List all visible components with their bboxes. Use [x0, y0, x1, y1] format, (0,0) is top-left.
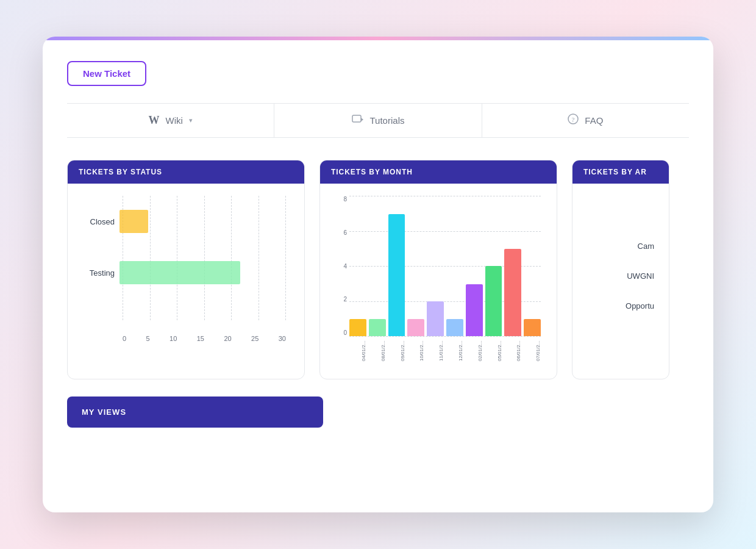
month-bar: [388, 214, 405, 336]
x-label: 09/01/2...: [388, 336, 405, 367]
status-chart-card: TICKETS BY STATUS: [67, 160, 305, 379]
x-label: 04/01/2...: [349, 336, 366, 367]
month-chart-card: TICKETS BY MONTH 8 6 4 2 0: [319, 160, 557, 379]
status-chart-body: Closed Testing: [68, 184, 304, 379]
svg-rect-0: [352, 115, 361, 122]
x-label: 08/01/2...: [369, 336, 386, 367]
month-bar: [466, 284, 483, 336]
tab-faq-label: FAQ: [585, 115, 603, 126]
area-chart-card: TICKETS BY AR Cam UWGNI Opportu: [572, 160, 669, 379]
new-ticket-button[interactable]: New Ticket: [67, 61, 146, 86]
month-chart-body: 8 6 4 2 0: [320, 184, 557, 379]
month-bar: [524, 319, 541, 336]
bar-fill-testing: [119, 261, 240, 284]
my-views-button[interactable]: MY VIEWS: [67, 396, 323, 428]
bar-track-testing: [119, 261, 292, 284]
bar-fill-closed: [119, 210, 148, 233]
month-x-labels: 04/01/2... 08/01/2... 09/01/2... 10/01/2…: [349, 336, 541, 367]
month-bar: [349, 319, 366, 336]
area-item-cam: Cam: [638, 242, 654, 251]
month-bar: [446, 319, 463, 336]
month-bar: [407, 319, 424, 336]
bar-track-closed: [119, 210, 292, 233]
svg-text:?: ?: [572, 116, 575, 123]
status-chart: Closed Testing: [80, 196, 292, 367]
month-bar-col: [524, 196, 541, 336]
tab-tutorials-label: Tutorials: [370, 115, 405, 126]
x-label: 06/01/2...: [504, 336, 521, 367]
area-items: Cam UWGNI Opportu: [582, 193, 659, 340]
bar-row-closed: Closed: [80, 210, 292, 233]
month-bar-col: [427, 196, 444, 336]
x-label: 10/01/2...: [407, 336, 424, 367]
x-label: 05/01/2...: [485, 336, 502, 367]
charts-row: TICKETS BY STATUS: [67, 160, 689, 379]
wiki-chevron-icon: ▾: [189, 117, 193, 124]
month-bar-col: [466, 196, 483, 336]
tutorials-icon: [352, 115, 364, 127]
wiki-icon: W: [149, 114, 160, 127]
tab-wiki-label: Wiki: [166, 115, 183, 126]
tab-wiki[interactable]: W Wiki ▾: [67, 104, 274, 137]
month-bar-col: [388, 196, 405, 336]
area-chart-body: Cam UWGNI Opportu: [572, 184, 669, 350]
month-chart-title: TICKETS BY MONTH: [320, 160, 557, 184]
x-label: 07/01/2...: [524, 336, 541, 367]
month-bar: [427, 301, 444, 337]
month-bar-col: [407, 196, 424, 336]
bar-row-testing: Testing: [80, 261, 292, 284]
main-window: New Ticket W Wiki ▾ Tutorials ?: [43, 37, 713, 512]
month-bar: [504, 249, 521, 336]
bar-label-testing: Testing: [80, 268, 119, 278]
faq-icon: ?: [568, 113, 579, 127]
month-bar: [369, 319, 386, 336]
tab-faq[interactable]: ? FAQ: [482, 104, 689, 137]
area-item-opportu: Opportu: [626, 301, 654, 310]
x-label: 02/01/2...: [466, 336, 483, 367]
x-label: 11/01/2...: [427, 336, 444, 367]
month-bar-col: [504, 196, 521, 336]
status-chart-title: TICKETS BY STATUS: [68, 160, 304, 184]
nav-tabs: W Wiki ▾ Tutorials ? FAQ: [67, 103, 689, 138]
x-axis: 0 5 10 15 20 25 30: [80, 335, 292, 342]
month-bar-col: [349, 196, 366, 336]
month-bar-col: [446, 196, 463, 336]
tab-tutorials[interactable]: Tutorials: [274, 104, 482, 137]
y-axis: 8 6 4 2 0: [332, 196, 347, 336]
bars-container: Closed Testing: [80, 196, 292, 298]
bar-label-closed: Closed: [80, 217, 119, 226]
area-item-uwgn: UWGNI: [627, 271, 654, 281]
month-bar-col: [485, 196, 502, 336]
month-bar: [485, 266, 502, 336]
area-chart-title: TICKETS BY AR: [572, 160, 669, 184]
month-bar-col: [369, 196, 386, 336]
month-chart: 8 6 4 2 0: [332, 196, 544, 367]
month-bars: [349, 196, 541, 336]
x-label: 12/01/2...: [446, 336, 463, 367]
